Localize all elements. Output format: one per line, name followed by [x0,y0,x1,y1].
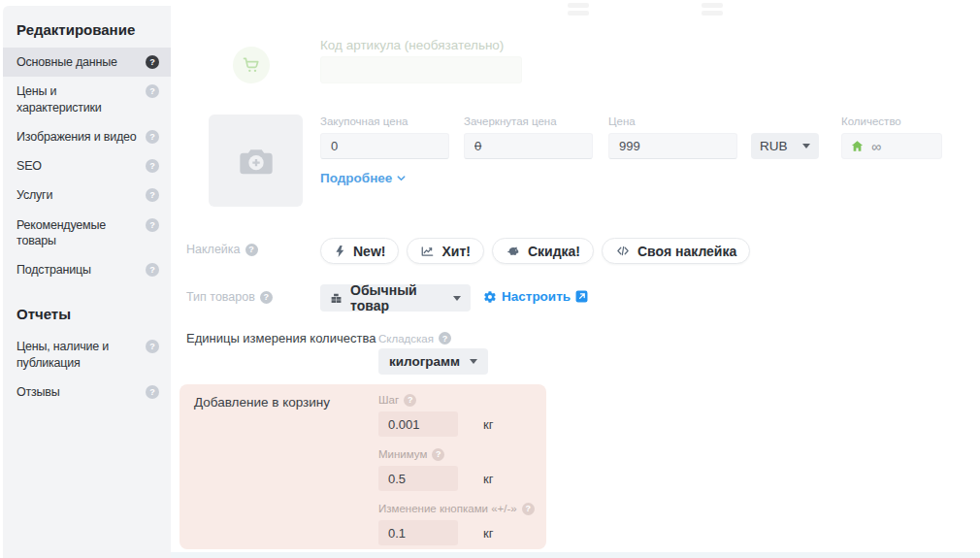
help-icon[interactable]: ? [146,55,159,69]
step-field: Шаг ? кг [378,393,535,437]
sidebar-item-seo[interactable]: SEO ? [3,151,171,181]
minimum-input[interactable] [378,466,458,491]
increment-field: Изменение кнопками «+/-» ? кг [378,502,535,545]
unit-select[interactable]: килограмм [378,348,488,375]
sidebar-item-main-data[interactable]: Основные данные ? [3,48,171,77]
sidebar-item-label: Подстраницы [16,262,142,278]
more-details-link[interactable]: Подробнее [320,171,407,185]
price-field: Цена [608,115,737,159]
chevron-down-icon [396,173,407,183]
sidebar-edit-header: Редактирование [3,17,171,48]
sidebar-item-label: Услуги [16,187,142,203]
quantity-field: Количество ∞ [841,115,942,159]
quantity-label: Количество [841,115,942,128]
lightning-icon [334,245,346,258]
increment-label: Изменение кнопками «+/-» [378,503,517,514]
step-label: Шаг [378,394,399,406]
horizontal-scrollbar-track[interactable] [171,552,980,558]
sidebar-item-images-video[interactable]: Изображения и видео ? [3,122,171,151]
minimum-unit: кг [483,472,493,486]
sticker-label-row: Наклейка ? [186,243,258,256]
step-input[interactable] [378,411,458,437]
old-price-input[interactable] [464,133,593,159]
sticker-custom-button[interactable]: Своя наклейка [602,238,750,264]
sidebar-item-prices-availability[interactable]: Цены, наличие и публикация ? [3,332,171,377]
sidebar-item-services[interactable]: Услуги ? [3,181,171,210]
old-price-label: Зачеркнутая цена [464,115,593,128]
product-type-select[interactable]: Обычный товар [320,284,471,312]
help-icon[interactable]: ? [439,332,451,345]
add-to-cart-title: Добавление в корзину [194,395,330,410]
sidebar-item-label: SEO [16,158,142,174]
sticker-custom-label: Своя наклейка [637,244,736,259]
infinity-value: ∞ [871,139,881,154]
step-label-row: Шаг ? [378,393,535,407]
sidebar-item-label: Цены и характеристики [16,83,142,115]
help-icon[interactable]: ? [146,263,159,277]
increment-unit: кг [483,526,493,541]
warehouse-icon [850,139,865,153]
increment-label-row: Изменение кнопками «+/-» ? [378,502,535,515]
sticker-sale-label: Скидка! [528,244,580,259]
product-type-label-row: Тип товаров ? [186,290,273,304]
minimum-label-row: Минимум ? [378,447,535,461]
sidebar-reports-header: Отчеты [3,302,171,332]
sidebar-item-subpages[interactable]: Подстраницы ? [3,255,171,284]
help-icon[interactable]: ? [146,84,159,98]
purchase-price-label: Закупочная цена [320,115,449,128]
add-to-cart-fields: Шаг ? кг Минимум ? кг [378,393,535,556]
sku-input[interactable] [320,56,522,83]
sticker-new-label: New! [353,244,385,259]
sku-label: Код артикула (необязательно) [320,38,504,52]
help-icon[interactable]: ? [404,394,416,407]
cart-icon [233,47,270,83]
stock-unit-label-row: Складская ? [378,332,451,345]
help-icon[interactable]: ? [146,159,159,173]
purchase-price-field: Закупочная цена [320,115,449,159]
sticker-hit-button[interactable]: Хит! [407,238,483,264]
image-upload-placeholder[interactable] [209,115,303,207]
caret-down-icon [802,144,810,148]
help-icon[interactable]: ? [146,218,159,232]
help-icon[interactable]: ? [260,291,273,304]
external-link-icon [575,290,588,303]
placeholder-bars [568,3,589,16]
sticker-hit-label: Хит! [441,244,470,259]
purchase-price-input[interactable] [320,133,449,159]
faded-top-section: Код артикула (необязательно) [171,0,980,97]
sidebar-item-reviews[interactable]: Отзывы ? [3,377,171,407]
currency-value: RUB [760,139,788,153]
help-icon[interactable]: ? [522,503,535,515]
quantity-input[interactable]: ∞ [841,133,942,159]
price-label: Цена [608,115,737,128]
price-input[interactable] [608,133,737,159]
help-icon[interactable]: ? [146,130,159,144]
sticker-new-button[interactable]: New! [320,238,399,264]
sidebar-item-prices-specs[interactable]: Цены и характеристики ? [3,77,171,122]
increment-input[interactable] [378,520,458,545]
main-content: Код артикула (необязательно) Закупочная … [171,0,980,558]
stock-unit-label: Складская [378,333,434,345]
help-icon[interactable]: ? [245,244,258,256]
help-icon[interactable]: ? [432,448,444,461]
step-unit: кг [483,417,493,432]
help-icon[interactable]: ? [146,385,159,399]
price-fields-row: Закупочная цена Зачеркнутая цена Цена RU… [320,115,942,159]
units-label: Единицы измерения количества [186,331,376,345]
unit-value: килограмм [389,354,460,369]
configure-link[interactable]: Настроить [483,289,588,304]
help-icon[interactable]: ? [146,340,159,353]
gear-icon [483,290,497,304]
piggy-bank-icon [506,245,521,258]
trend-chart-icon [420,245,435,258]
sidebar-item-recommended[interactable]: Рекомендуемые товары ? [3,211,171,256]
sticker-pills: New! Хит! Скидка! [320,238,750,264]
sidebar-item-label: Рекомендуемые товары [16,217,142,249]
old-price-field: Зачеркнутая цена [464,115,593,159]
add-to-cart-section: Добавление в корзину Шаг ? кг Минимум [180,384,546,549]
sidebar-item-label: Изображения и видео [16,129,142,145]
help-icon[interactable]: ? [146,188,159,202]
more-details-label: Подробнее [320,171,392,185]
sticker-sale-button[interactable]: Скидка! [492,238,594,264]
currency-select[interactable]: RUB [751,133,819,159]
